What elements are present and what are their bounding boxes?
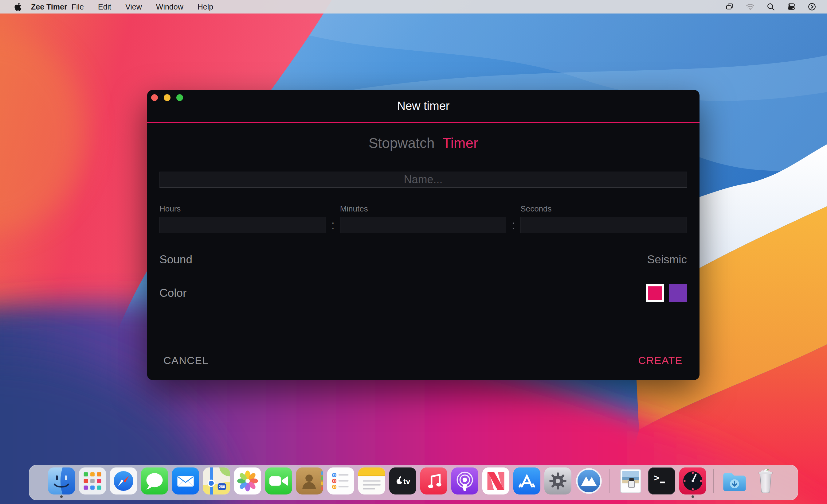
reminders-icon[interactable] xyxy=(327,467,354,495)
new-timer-window: New timer Stopwatch Timer Hours Minutes … xyxy=(147,90,699,380)
menu-edit[interactable]: Edit xyxy=(98,2,111,11)
desktop: Zee Timer FileEditViewWindowHelp xyxy=(0,0,827,504)
title-bar: New timer xyxy=(147,90,699,122)
name-input[interactable] xyxy=(159,172,687,187)
menu-app-name[interactable]: Zee Timer xyxy=(31,2,67,11)
color-swatches xyxy=(646,284,687,302)
running-indicator xyxy=(60,495,63,498)
color-label: Color xyxy=(159,287,187,299)
duration-fields: Hours Minutes Seconds : : xyxy=(159,204,687,233)
tab-timer[interactable]: Timer xyxy=(442,135,478,151)
search-icon[interactable] xyxy=(766,2,775,11)
menu-items: FileEditViewWindowHelp xyxy=(71,2,213,11)
contacts-icon[interactable] xyxy=(296,467,323,495)
create-button[interactable]: CREATE xyxy=(638,354,683,367)
photos-icon[interactable] xyxy=(234,467,261,495)
facetime-icon[interactable] xyxy=(265,467,292,495)
system-preferences-icon[interactable] xyxy=(544,467,571,495)
seconds-label: Seconds xyxy=(521,204,687,214)
minutes-input[interactable] xyxy=(340,217,506,233)
svg-text:280: 280 xyxy=(219,485,225,489)
dock: 280tv> xyxy=(29,465,798,500)
safari-icon[interactable] xyxy=(110,467,137,495)
color-swatch-1[interactable] xyxy=(646,284,664,302)
preview-file-icon[interactable] xyxy=(617,467,644,495)
menu-file[interactable]: File xyxy=(71,2,84,11)
apple-logo-icon[interactable] xyxy=(14,2,22,11)
menu-status-area xyxy=(725,2,817,11)
color-swatch-2[interactable] xyxy=(669,284,687,302)
dock-divider xyxy=(713,469,714,493)
maps-icon[interactable]: 280 xyxy=(203,467,230,495)
trash-icon[interactable] xyxy=(752,467,779,495)
messages-icon[interactable] xyxy=(141,467,168,495)
windows-icon[interactable] xyxy=(725,2,734,11)
svg-text:tv: tv xyxy=(403,477,411,486)
podcasts-icon[interactable] xyxy=(451,467,478,495)
zee-timer-icon[interactable] xyxy=(679,467,706,495)
tab-stopwatch[interactable]: Stopwatch xyxy=(369,135,435,151)
menu-bar: Zee Timer FileEditViewWindowHelp xyxy=(0,0,827,13)
window-title: New timer xyxy=(147,90,699,122)
color-row: Color xyxy=(159,283,687,303)
downloads-folder-icon[interactable] xyxy=(721,467,748,495)
sound-row: Sound Seismic xyxy=(159,251,687,269)
menu-window[interactable]: Window xyxy=(156,2,183,11)
app-store-icon[interactable] xyxy=(513,467,540,495)
launchpad-icon[interactable] xyxy=(79,467,106,495)
news-icon[interactable] xyxy=(482,467,509,495)
sound-value[interactable]: Seismic xyxy=(647,253,687,266)
hours-label: Hours xyxy=(159,204,326,214)
minutes-label: Minutes xyxy=(340,204,506,214)
wifi-icon[interactable] xyxy=(745,2,755,11)
music-icon[interactable] xyxy=(420,467,447,495)
mountain-app-icon[interactable] xyxy=(575,467,602,495)
cancel-button[interactable]: CANCEL xyxy=(163,354,208,367)
name-field-wrap xyxy=(159,172,687,187)
running-indicator xyxy=(691,495,694,498)
sound-label: Sound xyxy=(159,253,192,266)
tv-icon[interactable]: tv xyxy=(389,467,416,495)
hours-input[interactable] xyxy=(159,217,326,233)
mail-icon[interactable] xyxy=(172,467,199,495)
terminal-icon[interactable]: > xyxy=(648,467,675,495)
colon-separator: : xyxy=(506,219,521,232)
notes-icon[interactable] xyxy=(358,467,385,495)
menu-help[interactable]: Help xyxy=(198,2,213,11)
svg-text:>: > xyxy=(654,473,659,484)
dialog-actions: CANCEL CREATE xyxy=(163,354,683,367)
dock-divider xyxy=(610,469,610,493)
timer-type-tabs: Stopwatch Timer xyxy=(147,135,699,151)
colon-separator: : xyxy=(326,219,340,232)
menu-view[interactable]: View xyxy=(125,2,142,11)
finder-icon[interactable] xyxy=(48,467,75,495)
accent-divider xyxy=(147,122,699,123)
circled-chevron-icon[interactable] xyxy=(807,2,817,11)
control-center-icon[interactable] xyxy=(787,2,796,11)
seconds-input[interactable] xyxy=(521,217,687,233)
